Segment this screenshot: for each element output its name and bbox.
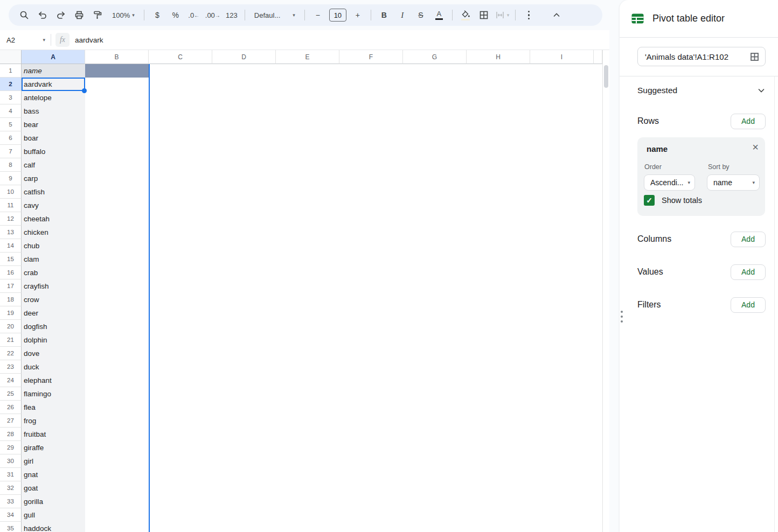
increase-decimal-button[interactable]: .00→ bbox=[205, 8, 220, 23]
column-header-B[interactable]: B bbox=[85, 50, 149, 64]
cell-A13[interactable]: chicken bbox=[22, 226, 85, 239]
column-header-E[interactable]: E bbox=[276, 50, 339, 64]
decrease-font-size-button[interactable]: − bbox=[311, 8, 325, 23]
row-header-15[interactable]: 15 bbox=[0, 253, 22, 266]
row-header-16[interactable]: 16 bbox=[0, 266, 22, 279]
increase-font-size-button[interactable]: + bbox=[351, 8, 365, 23]
add-rows-button[interactable]: Add bbox=[731, 114, 766, 129]
paint-format-button[interactable] bbox=[91, 8, 105, 23]
search-icon[interactable] bbox=[17, 8, 31, 23]
font-selector[interactable]: Defaul... ▾ bbox=[250, 11, 300, 19]
row-header-28[interactable]: 28 bbox=[0, 428, 22, 441]
fill-color-button[interactable] bbox=[459, 8, 473, 23]
strikethrough-button[interactable]: S bbox=[414, 8, 428, 23]
cell-A27[interactable]: frog bbox=[22, 414, 85, 428]
cell-A5[interactable]: bear bbox=[22, 118, 85, 131]
row-header-4[interactable]: 4 bbox=[0, 104, 22, 118]
name-box[interactable]: A2 ▾ bbox=[0, 36, 51, 44]
cell-A19[interactable]: deer bbox=[22, 306, 85, 320]
cell-A26[interactable]: flea bbox=[22, 401, 85, 414]
row-header-35[interactable]: 35 bbox=[0, 522, 22, 532]
column-header-A[interactable]: A bbox=[22, 50, 85, 64]
cell-A12[interactable]: cheetah bbox=[22, 212, 85, 226]
row-header-29[interactable]: 29 bbox=[0, 441, 22, 454]
row-header-24[interactable]: 24 bbox=[0, 374, 22, 387]
zoom-control[interactable]: 100% ▾ bbox=[109, 8, 138, 23]
column-header-G[interactable]: G bbox=[403, 50, 467, 64]
select-all-corner[interactable] bbox=[0, 50, 22, 64]
decrease-decimal-button[interactable]: .0← bbox=[187, 8, 201, 23]
cell-A23[interactable]: duck bbox=[22, 360, 85, 374]
text-color-button[interactable]: A bbox=[432, 8, 446, 23]
row-header-8[interactable]: 8 bbox=[0, 158, 22, 172]
vertical-scrollbar[interactable] bbox=[602, 50, 609, 532]
cell-A4[interactable]: bass bbox=[22, 104, 85, 118]
row-header-7[interactable]: 7 bbox=[0, 145, 22, 158]
row-header-19[interactable]: 19 bbox=[0, 306, 22, 320]
cell-A15[interactable]: clam bbox=[22, 253, 85, 266]
row-header-9[interactable]: 9 bbox=[0, 172, 22, 185]
cell-A17[interactable]: crayfish bbox=[22, 279, 85, 293]
row-header-6[interactable]: 6 bbox=[0, 131, 22, 145]
row-header-3[interactable]: 3 bbox=[0, 91, 22, 104]
cell-A10[interactable]: catfish bbox=[22, 185, 85, 199]
cell-A30[interactable]: girl bbox=[22, 454, 85, 468]
row-header-32[interactable]: 32 bbox=[0, 481, 22, 495]
cell-A14[interactable]: chub bbox=[22, 239, 85, 253]
row-header-34[interactable]: 34 bbox=[0, 508, 22, 522]
row-header-14[interactable]: 14 bbox=[0, 239, 22, 253]
row-header-21[interactable]: 21 bbox=[0, 333, 22, 347]
row-header-12[interactable]: 12 bbox=[0, 212, 22, 226]
cell-A33[interactable]: gorilla bbox=[22, 495, 85, 508]
row-header-27[interactable]: 27 bbox=[0, 414, 22, 428]
undo-button[interactable] bbox=[36, 8, 50, 23]
sort-by-dropdown[interactable]: name ▾ bbox=[707, 174, 760, 191]
column-header-partial[interactable] bbox=[594, 50, 602, 64]
row-header-10[interactable]: 10 bbox=[0, 185, 22, 199]
cell-A3[interactable]: antelope bbox=[22, 91, 85, 104]
row-header-5[interactable]: 5 bbox=[0, 118, 22, 131]
pivot-anchor-cell-b1[interactable] bbox=[85, 64, 149, 78]
row-header-25[interactable]: 25 bbox=[0, 387, 22, 401]
cell-A35[interactable]: haddock bbox=[22, 522, 85, 532]
select-data-range-icon[interactable] bbox=[749, 52, 760, 62]
cell-A11[interactable]: cavy bbox=[22, 199, 85, 212]
row-header-26[interactable]: 26 bbox=[0, 401, 22, 414]
cell-A25[interactable]: flamingo bbox=[22, 387, 85, 401]
redo-button[interactable] bbox=[54, 8, 68, 23]
row-header-31[interactable]: 31 bbox=[0, 468, 22, 481]
row-header-2[interactable]: 2 bbox=[0, 78, 22, 91]
fill-handle[interactable] bbox=[82, 88, 87, 93]
panel-resize-handle[interactable] bbox=[621, 311, 623, 323]
column-header-C[interactable]: C bbox=[149, 50, 212, 64]
column-header-D[interactable]: D bbox=[212, 50, 276, 64]
row-header-30[interactable]: 30 bbox=[0, 454, 22, 468]
cell-A22[interactable]: dove bbox=[22, 347, 85, 360]
bold-button[interactable]: B bbox=[377, 8, 391, 23]
borders-button[interactable] bbox=[477, 8, 491, 23]
cell-A31[interactable]: gnat bbox=[22, 468, 85, 481]
cell-A34[interactable]: gull bbox=[22, 508, 85, 522]
cell-A20[interactable]: dogfish bbox=[22, 320, 85, 333]
merge-cells-button[interactable]: ▾ bbox=[495, 8, 510, 23]
format-percent-button[interactable]: % bbox=[169, 8, 183, 23]
cell-A8[interactable]: calf bbox=[22, 158, 85, 172]
cell-A9[interactable]: carp bbox=[22, 172, 85, 185]
column-header-F[interactable]: F bbox=[339, 50, 403, 64]
cell-A21[interactable]: dolphin bbox=[22, 333, 85, 347]
show-totals-checkbox[interactable]: ✓ bbox=[644, 195, 655, 206]
cell-A16[interactable]: crab bbox=[22, 266, 85, 279]
cell-A6[interactable]: boar bbox=[22, 131, 85, 145]
more-options-button[interactable] bbox=[522, 8, 536, 23]
row-header-22[interactable]: 22 bbox=[0, 347, 22, 360]
close-icon[interactable]: × bbox=[752, 141, 759, 153]
cell-A32[interactable]: goat bbox=[22, 481, 85, 495]
order-dropdown[interactable]: Ascendi... ▾ bbox=[644, 174, 695, 191]
cell-A28[interactable]: fruitbat bbox=[22, 428, 85, 441]
column-header-H[interactable]: H bbox=[467, 50, 530, 64]
cell-A7[interactable]: buffalo bbox=[22, 145, 85, 158]
print-button[interactable] bbox=[72, 8, 86, 23]
row-header-11[interactable]: 11 bbox=[0, 199, 22, 212]
collapse-toolbar-button[interactable] bbox=[550, 8, 564, 23]
row-header-23[interactable]: 23 bbox=[0, 360, 22, 374]
